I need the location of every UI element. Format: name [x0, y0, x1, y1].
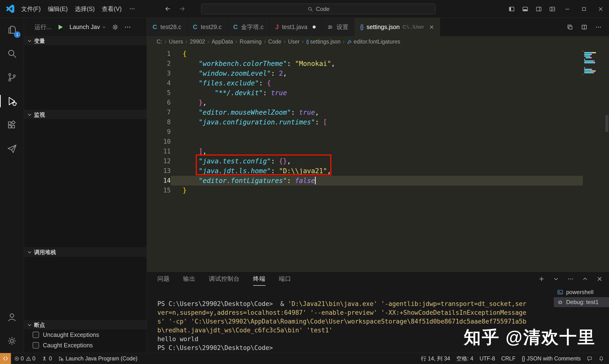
- toggle-secondary-sidebar-icon[interactable]: [532, 6, 545, 12]
- breadcrumb-item[interactable]: Code: [267, 39, 283, 45]
- breadcrumb-item[interactable]: Users: [168, 39, 184, 45]
- cursor-position[interactable]: 行 14, 列 34: [418, 353, 453, 364]
- minimize-button[interactable]: [559, 6, 576, 12]
- encoding[interactable]: UTF-8: [476, 353, 498, 364]
- panel-tab-debug-console[interactable]: 调试控制台: [209, 272, 240, 286]
- code-line[interactable]: 13 "java.jdt.ls.home": "D:\\java21",: [147, 166, 583, 176]
- maximize-button[interactable]: [576, 6, 592, 12]
- panel-tab-output[interactable]: 输出: [183, 272, 195, 286]
- code-line[interactable]: 8 "java.configuration.runtimes": [: [147, 117, 583, 127]
- go-back-icon[interactable]: [162, 6, 173, 12]
- code-line[interactable]: 4 "files.exclude": {: [147, 78, 583, 88]
- breadcrumb-item[interactable]: AppData: [210, 39, 234, 45]
- remote-indicator[interactable]: [0, 353, 11, 364]
- go-forward-icon[interactable]: [177, 6, 188, 12]
- breadcrumb-item[interactable]: C:: [155, 39, 163, 45]
- code-line[interactable]: 5 "**/.devkit": true: [147, 88, 583, 98]
- ports-status[interactable]: 0: [39, 353, 55, 364]
- toggle-panel-icon[interactable]: [518, 6, 532, 12]
- code-line[interactable]: 2 "workbench.colorTheme": "Monokai",: [147, 59, 583, 68]
- more-menus-icon[interactable]: [127, 6, 138, 12]
- editor[interactable]: 1{2 "workbench.colorTheme": "Monokai",3 …: [147, 47, 609, 272]
- close-tab-icon[interactable]: [429, 24, 434, 30]
- breadcrumb-item[interactable]: Roaming: [239, 39, 263, 45]
- panel-tab-ports[interactable]: 端口: [279, 272, 291, 286]
- terminal-profile-chevron-icon[interactable]: [553, 276, 559, 282]
- more-actions-icon[interactable]: [595, 24, 602, 30]
- code-line[interactable]: 10: [147, 137, 583, 146]
- editor-tab-0[interactable]: Ctest28.c: [147, 18, 187, 36]
- breadcrumb-item[interactable]: {}settings.json: [305, 39, 342, 45]
- panel-more-actions-icon[interactable]: [567, 276, 574, 282]
- language-mode[interactable]: {} JSON with Comments: [518, 353, 584, 364]
- split-editor-icon[interactable]: [581, 24, 588, 30]
- panel-tab-terminal[interactable]: 终端: [253, 272, 265, 286]
- start-debugging-button[interactable]: [57, 23, 64, 31]
- section-header-breakpoints[interactable]: 断点: [24, 321, 147, 329]
- extensions-icon: [7, 120, 17, 130]
- editor-tab-3[interactable]: Jtest1.java: [270, 18, 322, 36]
- code-line[interactable]: 3 "window.zoomLevel": 2,: [147, 68, 583, 78]
- editor-tab-1[interactable]: Ctest29.c: [187, 18, 227, 36]
- command-center-search[interactable]: Code: [201, 4, 436, 14]
- feedback-icon[interactable]: [584, 353, 595, 364]
- problems-status[interactable]: 0 0: [11, 353, 39, 364]
- breadcrumb-item[interactable]: 29902: [189, 39, 206, 45]
- code-line[interactable]: 6 },: [147, 98, 583, 107]
- menu-file[interactable]: 文件(F): [18, 0, 44, 18]
- minimap[interactable]: [583, 49, 609, 272]
- code-line[interactable]: 7 "editor.mouseWheelZoom": true,: [147, 107, 583, 117]
- code-line[interactable]: 1{: [147, 49, 583, 59]
- panel-tab-problems[interactable]: 问题: [157, 272, 170, 286]
- menu-selection[interactable]: 选择(S): [71, 0, 98, 18]
- code-line[interactable]: 12 "java.test.config": {},: [147, 156, 583, 166]
- activity-item-run-debug[interactable]: [0, 89, 24, 113]
- new-terminal-icon[interactable]: [538, 276, 545, 282]
- activity-item-accounts[interactable]: [0, 305, 24, 329]
- editor-tab-5[interactable]: {}settings.jsonC:\...\User: [354, 18, 440, 36]
- menu-view[interactable]: 查看(V): [98, 0, 125, 18]
- code-line[interactable]: 11 ],: [147, 146, 583, 156]
- search-text: Code: [316, 6, 329, 12]
- debug-task-status[interactable]: Launch Java Program (Code): [55, 353, 140, 364]
- editor-tab-2[interactable]: C金字塔.c: [228, 18, 270, 36]
- code-line[interactable]: 9: [147, 127, 583, 137]
- menu-edit[interactable]: 编辑(E): [44, 0, 71, 18]
- activity-item-java-dashboard[interactable]: [0, 137, 24, 161]
- close-window-button[interactable]: [592, 6, 609, 12]
- activity-item-search[interactable]: [0, 42, 24, 65]
- checkbox[interactable]: [33, 332, 39, 338]
- breakpoint-item[interactable]: Caught Exceptions: [24, 340, 147, 351]
- indentation[interactable]: 空格: 4: [453, 353, 477, 364]
- search-icon: [7, 48, 17, 59]
- terminal-list-item[interactable]: Debug: test1: [554, 297, 609, 307]
- terminal-list-item[interactable]: powershell: [554, 287, 609, 297]
- open-changes-icon[interactable]: [567, 24, 573, 30]
- section-header-watch[interactable]: 监视: [24, 110, 147, 119]
- debug-more-actions-icon[interactable]: [124, 24, 131, 31]
- notifications-bell-icon[interactable]: [595, 353, 607, 364]
- editor-tab-4[interactable]: 设置: [322, 18, 354, 36]
- explorer-badge: 1: [14, 31, 20, 38]
- code-line[interactable]: 14 "editor.fontLigatures": false: [147, 176, 583, 186]
- customize-layout-icon[interactable]: [545, 6, 559, 12]
- checkbox[interactable]: [33, 342, 39, 349]
- debug-settings-gear-icon[interactable]: [112, 24, 119, 31]
- debug-config-dropdown[interactable]: Launch Jav: [69, 24, 107, 30]
- breakpoint-item[interactable]: Uncaught Exceptions: [24, 329, 147, 340]
- activity-item-source-control[interactable]: [0, 65, 24, 89]
- close-panel-icon[interactable]: [596, 276, 603, 282]
- activity-item-settings[interactable]: [0, 329, 24, 353]
- code-line[interactable]: 15}: [147, 186, 583, 195]
- section-header-callstack[interactable]: 调用堆栈: [24, 248, 147, 257]
- eol-sequence[interactable]: CRLF: [498, 353, 518, 364]
- editor-scrollbar[interactable]: [605, 115, 608, 132]
- breadcrumb-item[interactable]: editor.fontLigatures: [346, 39, 401, 45]
- toggle-sidebar-icon[interactable]: [505, 6, 518, 12]
- activity-item-explorer[interactable]: 1: [0, 18, 24, 42]
- remote-icon: [3, 356, 8, 361]
- section-header-variables[interactable]: 变量: [24, 36, 147, 45]
- breadcrumb-item[interactable]: User: [287, 39, 301, 45]
- activity-item-extensions[interactable]: [0, 113, 24, 137]
- maximize-panel-icon[interactable]: [582, 276, 588, 282]
